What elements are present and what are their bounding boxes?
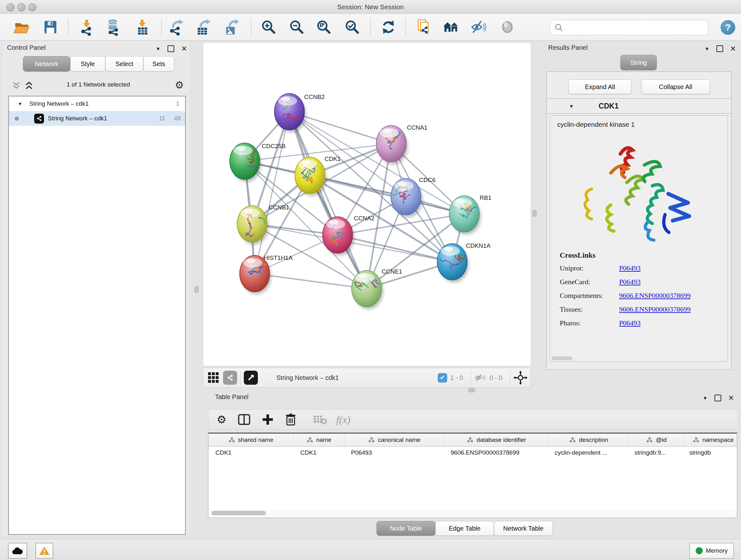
import-network-database-button[interactable] bbox=[104, 17, 123, 37]
open-session-button[interactable] bbox=[12, 17, 31, 37]
column-header-databaseidentifier[interactable]: database identifier bbox=[445, 434, 549, 446]
cell-namespace[interactable]: stringdb bbox=[682, 449, 737, 456]
collapse-all-chevron-icon[interactable] bbox=[11, 81, 22, 91]
column-header-description[interactable]: description bbox=[549, 434, 629, 446]
column-header-namespace[interactable]: namespace bbox=[684, 434, 737, 446]
node-CCNE1[interactable] bbox=[348, 270, 383, 309]
network-row-selected[interactable]: String Network – cdk1 11 48 bbox=[9, 111, 185, 126]
options-gear-icon[interactable]: ⚙ bbox=[175, 79, 184, 91]
protein-section-header[interactable]: ▼ CDK1 bbox=[547, 99, 731, 114]
cell-canonicalname[interactable]: P06493 bbox=[344, 449, 444, 456]
collection-expand-icon[interactable]: ▼ bbox=[18, 101, 22, 106]
tab-node-table[interactable]: Node Table bbox=[377, 521, 435, 536]
network-share-button[interactable] bbox=[223, 371, 237, 385]
export-image-button[interactable] bbox=[222, 17, 241, 37]
selected-checkbox[interactable]: ✔ bbox=[438, 373, 447, 382]
zoom-out-button[interactable] bbox=[287, 17, 306, 37]
cell-sharedname[interactable]: CDK1 bbox=[208, 449, 293, 456]
float-panel-icon[interactable]: ▼ bbox=[156, 46, 160, 51]
search-input[interactable] bbox=[565, 21, 708, 34]
memory-button[interactable]: Memory bbox=[689, 543, 734, 559]
search-box[interactable] bbox=[550, 20, 709, 35]
crosslink-link[interactable]: 9606.ENSP00000378699 bbox=[619, 305, 690, 314]
cell-description[interactable]: cyclin-dependent ... bbox=[548, 449, 627, 456]
node-CCNB2[interactable] bbox=[274, 94, 306, 132]
node-HIST1H1A[interactable] bbox=[240, 255, 279, 294]
crosslink-link[interactable]: P06493 bbox=[619, 278, 641, 286]
expand-all-button[interactable]: Expand All bbox=[568, 79, 631, 94]
edge-HIST1H1A-CCNE1[interactable] bbox=[255, 273, 367, 289]
tab-network[interactable]: Network bbox=[23, 56, 70, 71]
column-header-name[interactable]: name bbox=[293, 434, 345, 446]
edge-CCNB2-CCNE1[interactable] bbox=[289, 112, 367, 289]
node-table[interactable]: shared namenamecanonical namedatabase id… bbox=[208, 433, 737, 518]
zoom-in-button[interactable] bbox=[259, 17, 278, 37]
expand-all-chevron-icon[interactable] bbox=[23, 81, 35, 91]
maximize-panel-icon[interactable] bbox=[717, 45, 723, 52]
node-RB1[interactable] bbox=[449, 196, 482, 235]
import-network-button[interactable] bbox=[77, 17, 96, 37]
save-session-button[interactable] bbox=[41, 17, 60, 37]
refresh-network-button[interactable] bbox=[379, 17, 398, 37]
tab-sets[interactable]: Sets bbox=[143, 56, 174, 71]
crosslink-link[interactable]: P06493 bbox=[619, 319, 641, 327]
close-panel-icon[interactable]: ✕ bbox=[730, 46, 736, 51]
tab-select[interactable]: Select bbox=[105, 56, 143, 71]
export-network-button[interactable] bbox=[166, 17, 186, 37]
tab-edge-table[interactable]: Edge Table bbox=[435, 521, 494, 536]
float-panel-icon[interactable]: ▼ bbox=[703, 395, 708, 401]
float-panel-icon[interactable]: ▼ bbox=[704, 46, 710, 51]
network-canvas[interactable]: CCNB2CCNA1CDC25BCDK1CDC6RB1CCNB1CCNA2CDK… bbox=[203, 43, 531, 366]
cell-databaseidentifier[interactable]: 9606.ENSP00000378699 bbox=[444, 449, 548, 456]
grid-view-button[interactable] bbox=[206, 371, 220, 385]
left-splitter-handle[interactable] bbox=[194, 286, 199, 293]
cell-id[interactable]: stringdb:9... bbox=[627, 449, 682, 456]
delete-column-icon[interactable] bbox=[285, 413, 296, 426]
node-CCNA1[interactable] bbox=[376, 125, 409, 165]
table-options-gear-icon[interactable]: ⚙ bbox=[217, 413, 226, 426]
show-all-button[interactable] bbox=[498, 17, 517, 37]
scrollbar-thumb[interactable] bbox=[212, 511, 266, 515]
zoom-fit-button[interactable] bbox=[314, 17, 333, 37]
help-button[interactable]: ? bbox=[721, 20, 735, 35]
tab-style[interactable]: Style bbox=[70, 56, 105, 71]
node-CDKN1A[interactable] bbox=[437, 244, 469, 283]
node-CDC25B[interactable] bbox=[230, 143, 263, 182]
column-header-sharedname[interactable]: shared name bbox=[208, 434, 293, 446]
tab-string[interactable]: String bbox=[620, 55, 657, 70]
close-panel-icon[interactable]: ✕ bbox=[728, 395, 734, 401]
maximize-panel-icon[interactable] bbox=[167, 45, 174, 52]
warnings-button[interactable] bbox=[36, 543, 53, 559]
network-collection-row[interactable]: ▼ String Network – cdk1 1 bbox=[9, 97, 185, 111]
column-header-id[interactable]: @id bbox=[629, 434, 684, 446]
close-panel-icon[interactable]: ✕ bbox=[181, 46, 187, 51]
cloud-status-button[interactable] bbox=[8, 543, 27, 559]
node-CDC6[interactable] bbox=[386, 179, 422, 217]
edge-CCNA2-CDKN1A[interactable] bbox=[338, 235, 452, 262]
zoom-selected-button[interactable] bbox=[342, 17, 361, 37]
column-header-canonicalname[interactable]: canonical name bbox=[345, 434, 445, 446]
collapse-all-button[interactable]: Collapse All bbox=[641, 79, 710, 94]
network-graph[interactable]: CCNB2CCNA1CDC25BCDK1CDC6RB1CCNB1CCNA2CDK… bbox=[203, 43, 531, 366]
home-gallery-button[interactable] bbox=[441, 17, 461, 37]
section-expand-icon[interactable]: ▼ bbox=[569, 104, 574, 109]
show-columns-icon[interactable] bbox=[238, 414, 251, 425]
tab-network-table[interactable]: Network Table bbox=[494, 521, 553, 536]
import-table-button[interactable] bbox=[133, 17, 152, 37]
share-document-button[interactable] bbox=[414, 17, 433, 37]
table-horizontal-scrollbar[interactable] bbox=[210, 510, 735, 516]
hide-selected-button[interactable] bbox=[469, 17, 488, 37]
crosslink-link[interactable]: P06493 bbox=[619, 264, 641, 272]
export-table-button[interactable] bbox=[194, 17, 213, 37]
maximize-panel-icon[interactable] bbox=[715, 395, 721, 401]
crosslink-link[interactable]: 9606.ENSP00000378699 bbox=[619, 292, 690, 300]
table-row[interactable]: CDK1CDK1P064939606.ENSP00000378699cyclin… bbox=[208, 447, 737, 459]
pan-crosshair-icon[interactable] bbox=[514, 371, 528, 385]
right-splitter-handle[interactable] bbox=[532, 210, 537, 217]
cell-name[interactable]: CDK1 bbox=[293, 449, 344, 456]
add-column-icon[interactable] bbox=[262, 414, 273, 425]
birds-eye-view-button[interactable] bbox=[244, 371, 258, 385]
hidden-eye-slash-icon bbox=[474, 373, 486, 382]
node-CDK1[interactable] bbox=[295, 157, 327, 196]
results-scrollbar-thumb[interactable] bbox=[551, 356, 572, 360]
